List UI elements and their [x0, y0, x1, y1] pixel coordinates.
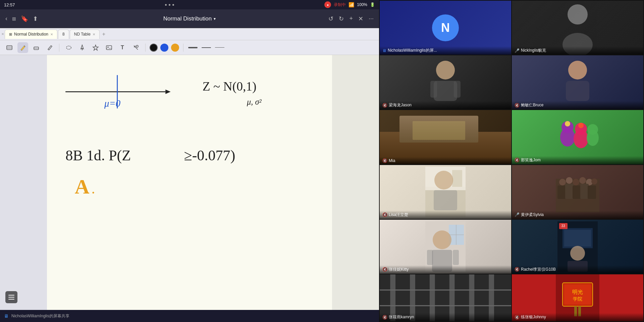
- mic-icon-mia: 🔇: [382, 158, 387, 163]
- participant-nick[interactable]: 🎤 NickInglis貌克: [512, 1, 643, 55]
- participant-jom[interactable]: 🔇 那笑逸Jom: [512, 110, 643, 164]
- more-button[interactable]: ···: [369, 15, 374, 22]
- grid-icon[interactable]: ⊞: [12, 16, 16, 21]
- tab-close-1[interactable]: ✕: [50, 33, 53, 36]
- left-sidebar: [0, 55, 47, 310]
- status-bar: 12:57 ● 录制中 📶 100% 🔋: [0, 0, 379, 9]
- participant-name-nicholas: 🖥 NicholasWilliamInglis的屏...: [380, 46, 511, 55]
- svg-rect-0: [7, 46, 12, 50]
- participant-bruce[interactable]: 🔇 鲍敏仁Bruce: [512, 55, 643, 109]
- participant-kitty[interactable]: 🔇 张佳妮Kitty: [380, 220, 511, 274]
- svg-text:A: A: [75, 175, 90, 198]
- whiteboard[interactable]: Z ~ N(0,1) μ=0 μ, σ² 8B 1d. P(Z ≥-0.077)…: [47, 55, 332, 310]
- svg-point-5: [66, 46, 71, 49]
- participant-name-jom: 🔇 那笑逸Jom: [512, 156, 643, 164]
- svg-text:明光: 明光: [572, 289, 583, 295]
- lasso-tool[interactable]: [63, 42, 74, 53]
- tab-8[interactable]: 8: [58, 30, 69, 39]
- add-page-button[interactable]: +: [349, 15, 353, 22]
- highlight-pen-tool[interactable]: [17, 42, 28, 53]
- pencil-tool[interactable]: [44, 42, 55, 53]
- line-thin[interactable]: [214, 44, 225, 51]
- svg-rect-25: [430, 81, 437, 98]
- svg-point-58: [433, 230, 451, 249]
- participant-name-sylvia: 🎤 黄伊柔Sylvia: [512, 211, 643, 219]
- mic-icon-johnny: 🔇: [515, 315, 520, 320]
- close-button[interactable]: ✕: [358, 15, 363, 22]
- line-thick[interactable]: [187, 44, 198, 51]
- app-title: Normal Distribution ▾: [163, 15, 216, 22]
- tab-close-3[interactable]: ✕: [93, 33, 95, 36]
- svg-point-36: [587, 124, 598, 135]
- participant-kamryn[interactable]: 🔇 张筱雨kamryn: [380, 274, 511, 321]
- svg-text:.: .: [91, 180, 95, 197]
- record-label: 录制中: [334, 2, 346, 8]
- svg-rect-51: [573, 185, 581, 199]
- back-button[interactable]: ‹: [5, 15, 7, 22]
- record-badge: ●: [324, 1, 331, 8]
- svg-rect-53: [588, 185, 596, 199]
- svg-point-43: [559, 179, 566, 185]
- redo-button[interactable]: ↻: [339, 15, 344, 22]
- screen-share-indicator: 🖥: [382, 48, 386, 53]
- add-tab-button[interactable]: +: [100, 31, 107, 37]
- svg-text:33: 33: [561, 224, 565, 228]
- participant-name-nick: 🎤 NickInglis貌克: [512, 46, 643, 55]
- participant-liang[interactable]: 🔇 梁海龙Jason: [380, 55, 511, 109]
- menu-button[interactable]: [5, 291, 17, 303]
- svg-marker-7: [93, 45, 98, 50]
- canvas-area[interactable]: Z ~ N(0,1) μ=0 μ, σ² 8B 1d. P(Z ≥-0.077)…: [0, 55, 379, 310]
- participant-johnny[interactable]: 明光 学院 🔇 练张银Johnny: [512, 274, 643, 321]
- wifi-icon: 📶: [348, 2, 354, 7]
- color-orange[interactable]: [171, 44, 179, 52]
- separator-1: [59, 44, 59, 52]
- tab-nd-table[interactable]: ND Table ✕: [70, 30, 100, 39]
- undo-button[interactable]: ↺: [328, 15, 333, 22]
- text-tool[interactable]: T: [117, 42, 128, 53]
- line-medium[interactable]: [201, 44, 212, 51]
- layers-tool[interactable]: [4, 42, 15, 53]
- select-tool[interactable]: [77, 42, 88, 53]
- svg-text:μ, σ²: μ, σ²: [247, 97, 262, 106]
- drawing-toolbar: T: [0, 40, 379, 55]
- svg-rect-64: [564, 230, 591, 247]
- svg-rect-60: [427, 250, 433, 265]
- tab-global-close[interactable]: ✕: [1, 32, 4, 36]
- bottom-bar: 🖥 NicholasWilliamInglis的屏幕共享: [0, 310, 379, 322]
- tab-bar: ✕ ⊞ Normal Distribution ✕ 8 ND Table ✕ +: [0, 28, 379, 40]
- magic-tool[interactable]: [130, 42, 141, 53]
- color-blue[interactable]: [160, 44, 168, 52]
- svg-rect-52: [580, 184, 589, 199]
- svg-marker-12: [165, 90, 170, 94]
- participant-mia[interactable]: 🔇 Mia: [380, 110, 511, 164]
- svg-text:≥-0.077): ≥-0.077): [184, 147, 235, 164]
- separator-2: [145, 44, 146, 52]
- participant-lisa[interactable]: 🔇 Lisa汪立楚: [380, 165, 511, 219]
- participant-sylvia[interactable]: 🎤 黄伊柔Sylvia: [512, 165, 643, 219]
- mic-icon-rachel: 🔇: [515, 267, 520, 272]
- screen-share-label: NicholasWilliamInglis的屏幕共享: [11, 313, 69, 319]
- svg-point-44: [566, 177, 573, 184]
- svg-rect-28: [566, 81, 589, 101]
- svg-rect-49: [557, 185, 566, 199]
- share-icon[interactable]: ⬆: [33, 15, 38, 22]
- svg-text:μ=0: μ=0: [104, 98, 120, 109]
- image-tool[interactable]: [104, 42, 114, 53]
- color-black[interactable]: [150, 44, 158, 52]
- svg-text:8B  1d.  P(Z: 8B 1d. P(Z: [65, 147, 131, 164]
- dropdown-chevron: ▾: [214, 16, 216, 21]
- mic-icon-kamryn: 🔇: [382, 315, 387, 320]
- svg-text:Z ~ N(0,1): Z ~ N(0,1): [203, 79, 257, 94]
- screen-share-icon: 🖥: [4, 313, 9, 319]
- svg-rect-26: [454, 81, 461, 98]
- participant-name-rachel: 🔇 Rachel李宣仪G10B: [512, 265, 643, 274]
- bookmark-icon[interactable]: 🔖: [21, 15, 28, 22]
- mic-icon-lisa: 🔇: [382, 212, 387, 217]
- separator-3: [183, 44, 183, 52]
- eraser-tool[interactable]: [31, 42, 42, 53]
- tab-normal-distribution[interactable]: ⊞ Normal Distribution ✕: [5, 30, 57, 39]
- participant-rachel[interactable]: 33 🔇 Rachel李宣仪G10B: [512, 220, 643, 274]
- participant-nicholas[interactable]: N 🖥 NicholasWilliamInglis的屏...: [380, 1, 511, 55]
- svg-rect-41: [434, 190, 457, 210]
- star-tool[interactable]: [90, 42, 101, 53]
